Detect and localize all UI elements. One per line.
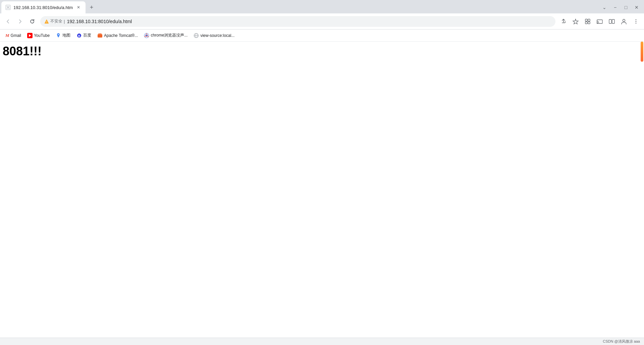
more-button[interactable] bbox=[631, 16, 641, 27]
account-button[interactable] bbox=[619, 16, 629, 27]
bookmark-tomcat[interactable]: Apache Tomcat®... bbox=[95, 32, 141, 40]
tab-bar-right: ⌄ − □ ✕ bbox=[96, 3, 644, 13]
svg-point-13 bbox=[636, 19, 637, 20]
bookmark-baidu[interactable]: B 百度 bbox=[74, 31, 94, 40]
bookmark-maps[interactable]: 地图 bbox=[53, 31, 73, 40]
scrollbar-thumb[interactable] bbox=[641, 42, 643, 62]
separator: | bbox=[64, 19, 65, 24]
account-icon bbox=[621, 18, 627, 24]
svg-rect-6 bbox=[585, 22, 587, 24]
svg-rect-21 bbox=[100, 33, 101, 35]
warning-icon: ! bbox=[44, 19, 49, 24]
puzzle-icon bbox=[585, 18, 591, 24]
svg-rect-7 bbox=[588, 22, 590, 24]
reload-button[interactable] bbox=[27, 16, 38, 27]
share-button[interactable] bbox=[558, 16, 569, 27]
tab-bar: 192.168.10.31:8010/edu/a.htm ✕ + ⌄ − □ ✕ bbox=[0, 0, 644, 13]
toolbar-buttons bbox=[558, 16, 641, 27]
maps-icon bbox=[56, 33, 61, 38]
tab-close-button[interactable]: ✕ bbox=[75, 4, 82, 10]
scrollbar[interactable] bbox=[640, 42, 644, 338]
split-screen-button[interactable] bbox=[606, 16, 617, 27]
tab-favicon-icon bbox=[5, 5, 11, 10]
bookmark-youtube-label: YouTube bbox=[34, 33, 50, 38]
new-tab-button[interactable]: + bbox=[87, 3, 96, 12]
url-bar[interactable]: ! 不安全 | 192.168.10.31:8010/edu/a.html bbox=[40, 16, 555, 27]
svg-point-15 bbox=[636, 22, 637, 23]
tomcat-icon bbox=[97, 33, 103, 38]
tab-title: 192.168.10.31:8010/edu/a.htm bbox=[13, 5, 73, 10]
bookmark-tomcat-label: Apache Tomcat®... bbox=[104, 33, 138, 38]
svg-text:!: ! bbox=[46, 20, 47, 23]
bookmark-baidu-label: 百度 bbox=[83, 33, 91, 38]
gmail-icon: M bbox=[5, 33, 9, 38]
split-icon bbox=[609, 18, 615, 24]
star-icon bbox=[573, 18, 579, 24]
bookmark-gmail-label: Gmail bbox=[11, 33, 21, 38]
share-icon bbox=[560, 18, 567, 24]
cast-icon bbox=[597, 18, 603, 24]
forward-icon bbox=[17, 18, 23, 24]
svg-point-9 bbox=[597, 23, 597, 24]
youtube-icon bbox=[27, 33, 33, 38]
minimize-button[interactable]: − bbox=[610, 3, 620, 12]
status-bar: CSDN @清风微凉 aaa bbox=[0, 338, 644, 345]
cast-button[interactable] bbox=[594, 16, 605, 27]
svg-point-16 bbox=[58, 34, 59, 35]
page-heading: 8081!!! bbox=[3, 44, 641, 58]
chrome-icon bbox=[144, 33, 149, 38]
browser-window: 192.168.10.31:8010/edu/a.htm ✕ + ⌄ − □ ✕ bbox=[0, 0, 644, 345]
security-indicator: ! 不安全 | bbox=[44, 18, 65, 24]
baidu-icon: B bbox=[76, 33, 82, 38]
status-text: CSDN @清风微凉 aaa bbox=[603, 339, 640, 344]
page-body: 8081!!! bbox=[0, 42, 644, 61]
bookmark-view-source-label: view-source:local... bbox=[200, 33, 234, 38]
svg-rect-11 bbox=[612, 19, 614, 23]
bookmark-button[interactable] bbox=[570, 16, 581, 27]
bookmark-view-source[interactable]: view-source:local... bbox=[191, 32, 237, 40]
bookmark-gmail[interactable]: M Gmail bbox=[3, 32, 24, 40]
bookmarks-bar: M Gmail YouTube 地图 B 百度 bbox=[0, 30, 644, 42]
reload-icon bbox=[29, 18, 35, 24]
extensions-button[interactable] bbox=[582, 16, 593, 27]
back-button[interactable] bbox=[3, 16, 13, 27]
back-icon bbox=[5, 18, 11, 24]
security-text: 不安全 bbox=[50, 18, 62, 24]
bookmark-chrome-no-sound[interactable]: chrome浏览器没声... bbox=[141, 31, 190, 40]
svg-rect-10 bbox=[609, 19, 611, 23]
maximize-button[interactable]: □ bbox=[621, 3, 631, 12]
collapse-button[interactable]: ⌄ bbox=[600, 3, 609, 12]
svg-point-12 bbox=[623, 19, 625, 21]
globe-icon bbox=[194, 33, 199, 38]
active-tab[interactable]: 192.168.10.31:8010/edu/a.htm ✕ bbox=[1, 1, 86, 13]
bookmark-maps-label: 地图 bbox=[62, 33, 70, 38]
bookmark-youtube[interactable]: YouTube bbox=[24, 32, 52, 40]
youtube-play-triangle bbox=[29, 34, 31, 37]
forward-button[interactable] bbox=[15, 16, 25, 27]
svg-rect-20 bbox=[99, 33, 100, 35]
address-bar: ! 不安全 | 192.168.10.31:8010/edu/a.html bbox=[0, 13, 644, 30]
svg-text:B: B bbox=[78, 34, 80, 38]
svg-rect-4 bbox=[585, 19, 587, 21]
close-button[interactable]: ✕ bbox=[632, 3, 641, 12]
svg-rect-5 bbox=[588, 19, 590, 21]
svg-point-14 bbox=[636, 21, 637, 22]
bookmark-chrome-label: chrome浏览器没声... bbox=[151, 33, 187, 38]
svg-rect-19 bbox=[98, 34, 102, 38]
url-text: 192.168.10.31:8010/edu/a.html bbox=[67, 19, 551, 24]
more-icon bbox=[633, 18, 639, 24]
page-content: 8081!!! bbox=[0, 42, 644, 338]
